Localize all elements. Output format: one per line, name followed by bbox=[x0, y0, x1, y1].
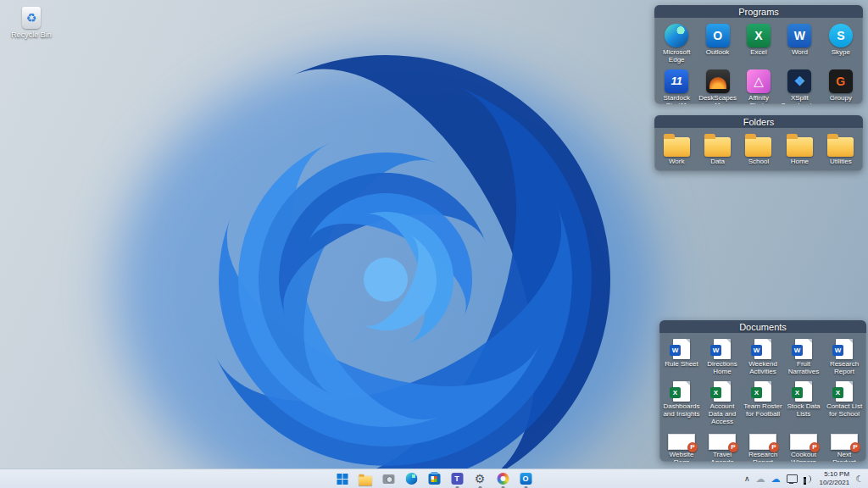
clock-time: 5:10 PM bbox=[820, 470, 850, 479]
settings-button[interactable]: ⚙ bbox=[473, 472, 487, 486]
fence-folders-title[interactable]: Folders bbox=[654, 115, 863, 128]
excel-document-icon bbox=[795, 381, 812, 402]
powerpoint-document-icon bbox=[668, 434, 695, 450]
fence-documents-title[interactable]: Documents bbox=[659, 320, 866, 333]
outlook-icon bbox=[706, 24, 730, 47]
program-word[interactable]: Word bbox=[779, 21, 820, 67]
outlook-icon bbox=[520, 473, 531, 485]
document-research-report-word[interactable]: Research Report bbox=[824, 336, 865, 379]
desktop: ♻ Recycle Bin Programs Microsoft Edge Ou… bbox=[0, 0, 868, 488]
folder-icon bbox=[787, 137, 813, 157]
program-stardock-start11[interactable]: Stardock Start11 bbox=[656, 67, 697, 104]
network-icon[interactable] bbox=[787, 474, 798, 484]
deskscapes-11-icon bbox=[706, 69, 730, 93]
program-xsplit-broadcaster[interactable]: XSplit Broadcaster bbox=[779, 67, 820, 104]
taskbar-system-tray: ∧ ☁ ☁ 5:10 PM 10/2/2021 ☾ bbox=[744, 469, 864, 488]
document-account-data-and-access[interactable]: Account Data and Access bbox=[702, 379, 743, 429]
groupy-icon bbox=[829, 69, 853, 93]
onedrive-cloud-blue-icon[interactable]: ☁ bbox=[771, 474, 781, 484]
fence-folders-grid: Work Data School Home Utilities bbox=[654, 128, 863, 170]
fence-documents: Documents Rule Sheet Directions Home Wee… bbox=[659, 320, 866, 462]
word-icon bbox=[787, 24, 811, 47]
xsplit-broadcaster-icon bbox=[787, 69, 811, 93]
settings-gear-icon: ⚙ bbox=[475, 473, 486, 485]
start-button[interactable] bbox=[336, 472, 350, 486]
document-weekend-activities[interactable]: Weekend Activities bbox=[743, 336, 783, 379]
focus-assist-moon-icon[interactable]: ☾ bbox=[855, 474, 864, 484]
folder-icon bbox=[745, 137, 771, 157]
camera-icon bbox=[382, 474, 394, 484]
taskbar: ⚙ ∧ ☁ ☁ 5:10 PM 10/2/2021 ☾ bbox=[0, 469, 868, 488]
program-affinity-photo[interactable]: Affinity Photo bbox=[738, 67, 779, 104]
word-document-icon bbox=[714, 339, 731, 359]
document-directions-home[interactable]: Directions Home bbox=[702, 336, 743, 379]
powerpoint-document-icon bbox=[831, 434, 858, 450]
excel-document-icon bbox=[673, 381, 690, 402]
microsoft-store-button[interactable] bbox=[427, 472, 442, 486]
document-stock-data-lists[interactable]: Stock Data Lists bbox=[783, 379, 824, 429]
fence-folders: Folders Work Data School Home Utilities bbox=[654, 115, 863, 171]
affinity-photo-icon bbox=[747, 69, 771, 93]
program-excel[interactable]: Excel bbox=[738, 21, 779, 67]
word-document-icon bbox=[673, 339, 690, 359]
folder-data[interactable]: Data bbox=[697, 131, 737, 169]
powerpoint-document-icon bbox=[790, 434, 817, 450]
taskbar-center-icons: ⚙ bbox=[336, 469, 533, 488]
program-microsoft-edge[interactable]: Microsoft Edge bbox=[656, 21, 697, 67]
fence-programs-title[interactable]: Programs bbox=[654, 5, 863, 18]
excel-icon bbox=[747, 24, 771, 47]
skype-icon bbox=[829, 24, 853, 47]
outlook-button[interactable] bbox=[519, 472, 533, 486]
taskbar-clock[interactable]: 5:10 PM 10/2/2021 bbox=[820, 470, 850, 487]
file-explorer-button[interactable] bbox=[359, 472, 373, 486]
folder-utilities[interactable]: Utilities bbox=[821, 131, 861, 169]
program-skype[interactable]: Skype bbox=[821, 21, 861, 67]
program-groupy[interactable]: Groupy bbox=[821, 67, 861, 104]
powerpoint-document-icon bbox=[709, 434, 736, 450]
document-travel-agenda[interactable]: Travel Agenda bbox=[702, 429, 743, 462]
document-fruit-narratives[interactable]: Fruit Narratives bbox=[783, 336, 824, 379]
onedrive-cloud-icon[interactable]: ☁ bbox=[756, 474, 765, 484]
microsoft-edge-icon bbox=[665, 24, 688, 47]
program-outlook[interactable]: Outlook bbox=[697, 21, 737, 67]
powerpoint-document-icon bbox=[749, 434, 776, 450]
stardock-start11-icon bbox=[665, 69, 688, 93]
folder-school[interactable]: School bbox=[738, 131, 779, 169]
document-rule-sheet[interactable]: Rule Sheet bbox=[661, 336, 702, 379]
fence-documents-grid: Rule Sheet Directions Home Weekend Activ… bbox=[659, 333, 866, 462]
paint-button[interactable] bbox=[496, 472, 510, 486]
edge-button[interactable] bbox=[404, 472, 419, 486]
clock-date: 10/2/2021 bbox=[820, 479, 850, 487]
document-dashboards-and-insights[interactable]: Dashboards and Insights bbox=[661, 379, 702, 429]
document-next-product-pitch[interactable]: Next Product Pitch bbox=[824, 429, 865, 462]
microsoft-store-icon bbox=[428, 474, 440, 485]
document-research-report-ppt[interactable]: Research Report bbox=[743, 429, 783, 462]
volume-icon[interactable] bbox=[804, 474, 814, 484]
word-document-icon bbox=[754, 339, 771, 359]
document-team-roster-for-football[interactable]: Team Roster for Football bbox=[743, 379, 783, 429]
program-deskscapes-11[interactable]: DeskScapes 11 bbox=[697, 67, 737, 104]
windows-start-icon bbox=[337, 474, 348, 485]
teams-icon bbox=[451, 473, 463, 485]
word-document-icon bbox=[836, 339, 853, 359]
hidden-icons-chevron-icon[interactable]: ∧ bbox=[744, 475, 750, 483]
folder-work[interactable]: Work bbox=[656, 131, 697, 169]
folder-icon bbox=[704, 137, 731, 157]
camera-button[interactable] bbox=[381, 472, 396, 486]
excel-document-icon bbox=[836, 381, 853, 402]
folder-icon bbox=[664, 137, 690, 157]
paint-icon bbox=[497, 473, 509, 485]
teams-button[interactable] bbox=[450, 472, 465, 486]
excel-document-icon bbox=[754, 381, 771, 402]
recycle-bin-icon: ♻ bbox=[22, 7, 41, 29]
document-website-reqs[interactable]: Website Reqs bbox=[661, 429, 702, 462]
word-document-icon bbox=[795, 339, 812, 359]
document-cookout-winners[interactable]: Cookout Winners bbox=[783, 429, 824, 462]
recycle-bin-label: Recycle Bin bbox=[7, 30, 56, 39]
folder-home[interactable]: Home bbox=[779, 131, 820, 169]
fence-programs-grid: Microsoft Edge Outlook Excel Word Skype … bbox=[654, 18, 863, 104]
recycle-bin[interactable]: ♻ Recycle Bin bbox=[7, 7, 56, 39]
document-contact-list-for-school[interactable]: Contact List for School bbox=[824, 379, 865, 429]
folder-icon bbox=[827, 137, 854, 157]
fence-programs: Programs Microsoft Edge Outlook Excel Wo… bbox=[654, 5, 863, 104]
